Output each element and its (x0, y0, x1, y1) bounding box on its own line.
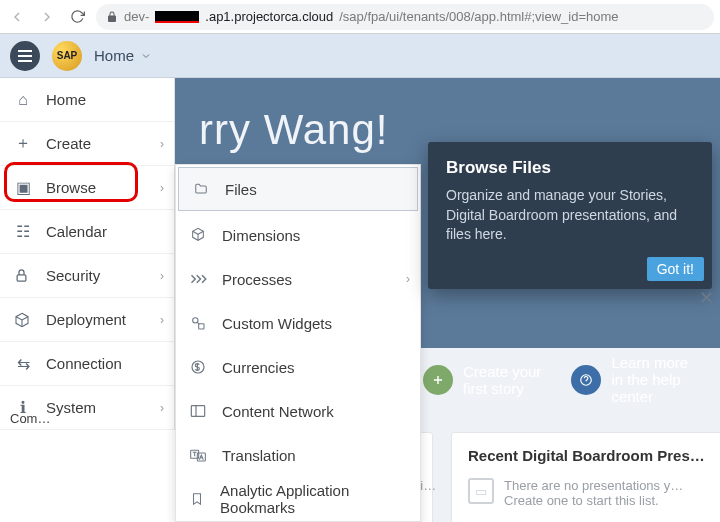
sidebar-item-home[interactable]: ⌂ Home (0, 78, 174, 122)
submenu-item-bookmarks[interactable]: Analytic Application Bookmarks (176, 477, 420, 521)
submenu-item-label: Files (225, 181, 257, 198)
sidebar-item-label: Deployment (46, 311, 126, 328)
browse-icon: ▣ (14, 178, 32, 197)
lock-icon (14, 268, 32, 283)
sidebar-item-create[interactable]: ＋ Create › (0, 122, 174, 166)
help-circle-icon (571, 365, 601, 395)
sidebar-item-label: Browse (46, 179, 96, 196)
chevron-right-icon: › (160, 137, 164, 151)
sidebar-item-label: Calendar (46, 223, 107, 240)
cube-icon (190, 227, 208, 243)
sidebar-item-connection[interactable]: ⇆ Connection (0, 342, 174, 386)
widget-icon (190, 315, 208, 331)
sidebar-item-label: Connection (46, 355, 122, 372)
sidebar-item-label: Create (46, 135, 91, 152)
browser-toolbar: dev-.ap1.projectorca.cloud/sap/fpa/ui/te… (0, 0, 720, 34)
translate-icon (190, 448, 208, 462)
folder-icon (193, 182, 211, 196)
forward-button[interactable] (36, 6, 58, 28)
chevron-right-icon: › (406, 272, 410, 286)
sidebar-item-calendar[interactable]: ☷ Calendar (0, 210, 174, 254)
create-story-link[interactable]: Create yourfirst story (423, 354, 541, 405)
app-header: SAP Home (0, 34, 720, 78)
url-host: .ap1.projectorca.cloud (205, 9, 333, 24)
submenu-item-files[interactable]: Files (178, 167, 418, 211)
url-redacted (155, 11, 199, 23)
sap-logo: SAP (52, 41, 82, 71)
sidebar-nav: ⌂ Home ＋ Create › ▣ Browse › ☷ Calendar … (0, 78, 175, 430)
calendar-icon: ☷ (14, 222, 32, 241)
chevron-right-icon: › (160, 401, 164, 415)
reload-button[interactable] (66, 6, 88, 28)
submenu-item-translation[interactable]: Translation (176, 433, 420, 477)
popover-title: Browse Files (446, 158, 694, 178)
submenu-item-dimensions[interactable]: Dimensions (176, 213, 420, 257)
panel-icon (190, 404, 208, 418)
plus-circle-icon (423, 365, 453, 395)
url-path: /sap/fpa/ui/tenants/008/app.html#;view_i… (339, 9, 618, 24)
plus-icon: ＋ (14, 133, 32, 154)
submenu-item-label: Analytic Application Bookmarks (220, 482, 406, 516)
got-it-button[interactable]: Got it! (647, 257, 704, 281)
home-icon: ⌂ (14, 91, 32, 109)
currency-icon (190, 359, 208, 375)
url-prefix: dev- (124, 9, 149, 24)
popover-body: Organize and manage your Stories, Digita… (446, 186, 694, 245)
svg-rect-5 (191, 406, 204, 417)
chevrons-icon (190, 272, 208, 286)
sidebar-truncated-text: Com… (10, 411, 50, 426)
chevron-right-icon: › (160, 313, 164, 327)
recent-boardroom-card: Recent Digital Boardroom Pres… ▭ There a… (451, 432, 720, 522)
svg-point-2 (193, 318, 198, 323)
chevron-right-icon: › (160, 181, 164, 195)
svg-rect-1 (17, 275, 26, 281)
sidebar-item-security[interactable]: Security › (0, 254, 174, 298)
submenu-item-currencies[interactable]: Currencies (176, 345, 420, 389)
submenu-item-label: Custom Widgets (222, 315, 332, 332)
package-icon (14, 312, 32, 328)
submenu-item-label: Processes (222, 271, 292, 288)
sidebar-item-browse[interactable]: ▣ Browse › (0, 166, 174, 210)
lock-icon (106, 11, 118, 23)
svg-rect-3 (199, 324, 204, 329)
back-button[interactable] (6, 6, 28, 28)
breadcrumb-home[interactable]: Home (94, 47, 152, 64)
hero-actions: Create yourfirst story Learn morein the … (423, 354, 688, 405)
chevron-right-icon: › (160, 269, 164, 283)
submenu-item-label: Currencies (222, 359, 295, 376)
sidebar-item-label: System (46, 399, 96, 416)
connection-icon: ⇆ (14, 354, 32, 373)
bookmark-icon (190, 491, 206, 507)
submenu-item-content-network[interactable]: Content Network (176, 389, 420, 433)
submenu-item-processes[interactable]: Processes › (176, 257, 420, 301)
cards-row: ns plicati… st. Recent Digital Boardroom… (373, 432, 712, 522)
sidebar-item-label: Security (46, 267, 100, 284)
menu-button[interactable] (10, 41, 40, 71)
submenu-item-label: Dimensions (222, 227, 300, 244)
card-title: Recent Digital Boardroom Pres… (468, 447, 705, 464)
submenu-item-widgets[interactable]: Custom Widgets (176, 301, 420, 345)
address-bar[interactable]: dev-.ap1.projectorca.cloud/sap/fpa/ui/te… (96, 4, 714, 30)
sidebar-item-label: Home (46, 91, 86, 108)
submenu-item-label: Content Network (222, 403, 334, 420)
browse-submenu: Files Dimensions Processes › Custom Widg… (175, 164, 421, 522)
submenu-item-label: Translation (222, 447, 296, 464)
sidebar-item-deployment[interactable]: Deployment › (0, 298, 174, 342)
close-icon[interactable]: ✕ (699, 287, 714, 309)
presentation-icon: ▭ (468, 478, 494, 504)
learn-more-link[interactable]: Learn morein the helpcenter (571, 354, 688, 405)
breadcrumb-label: Home (94, 47, 134, 64)
onboarding-popover: Browse Files Organize and manage your St… (428, 142, 712, 289)
chevron-down-icon (140, 50, 152, 62)
